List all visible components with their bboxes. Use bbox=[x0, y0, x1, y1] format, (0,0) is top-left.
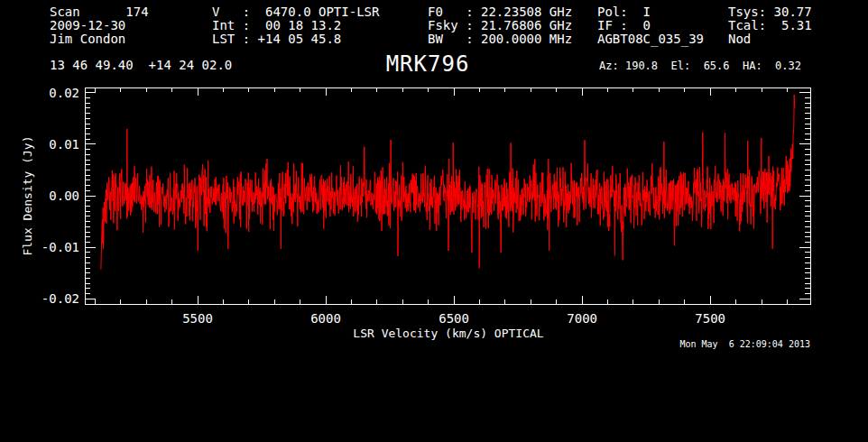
x-tick-label: 7500 bbox=[695, 311, 725, 326]
header-if-line: IF : 0 bbox=[597, 19, 651, 32]
header-scan-line: Scan 174 bbox=[50, 5, 149, 19]
pointing-readout: Az: 190.8 El: 65.6 HA: 0.32 bbox=[599, 60, 801, 72]
header-project-line: AGBT08C_035_39 bbox=[597, 32, 704, 46]
header-f0-line: F0 : 22.23508 GHz bbox=[428, 5, 572, 19]
x-tick-label: 7000 bbox=[567, 311, 597, 326]
x-axis-title: LSR Velocity (km/s) OPTICAL bbox=[353, 327, 543, 340]
x-tick-label: 5500 bbox=[182, 311, 213, 326]
header-tsys-line: Tsys: 30.77 bbox=[728, 5, 812, 19]
header-pol-line: Pol: I bbox=[597, 5, 651, 19]
source-title: MRK796 bbox=[386, 53, 470, 75]
y-tick-label: -0.01 bbox=[42, 240, 79, 254]
y-axis-title: Flux Density (Jy) bbox=[21, 135, 34, 255]
header-tcal-line: Tcal: 5.31 bbox=[728, 19, 812, 32]
y-tick-label: 0.01 bbox=[49, 137, 79, 152]
y-tick-label: 0.00 bbox=[49, 189, 79, 203]
source-coordinates: 13 46 49.40 +14 24 02.0 bbox=[50, 59, 232, 72]
plot-timestamp: Mon May 6 22:09:04 2013 bbox=[680, 339, 811, 349]
header-lst-line: LST : +14 05 45.8 bbox=[212, 32, 341, 46]
header-bw-line: BW : 200.0000 MHz bbox=[428, 32, 572, 46]
x-tick-label: 6500 bbox=[439, 311, 469, 326]
y-tick-label: -0.02 bbox=[42, 291, 79, 306]
header-observer-line: Jim Condon bbox=[50, 32, 125, 46]
header-velocity-line: V : 6470.0 OPTI-LSR bbox=[212, 5, 379, 19]
y-tick-label: 0.02 bbox=[49, 86, 79, 100]
header-integration-line: Int : 00 18 13.2 bbox=[212, 19, 341, 32]
gbtidl-plotter-window: 55006000650070007500-0.02-0.010.000.010.… bbox=[0, 0, 868, 442]
spectrum-trace bbox=[101, 95, 795, 270]
header-procedure-line: Nod bbox=[728, 32, 751, 46]
header-date-line: 2009-12-30 bbox=[50, 19, 125, 32]
header-fsky-line: Fsky : 21.76806 GHz bbox=[428, 19, 572, 32]
x-tick-label: 6000 bbox=[310, 311, 341, 326]
